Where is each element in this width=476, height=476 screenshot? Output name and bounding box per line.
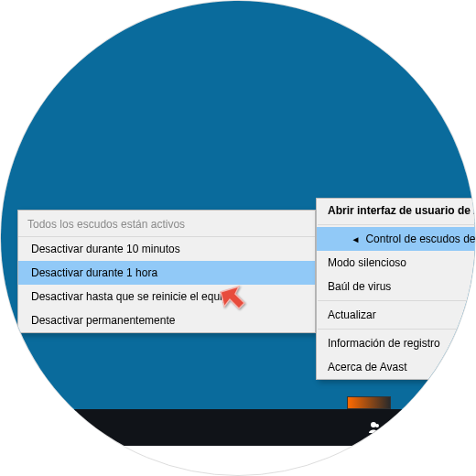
menu-separator — [318, 329, 476, 330]
submenu-item-label: Desactivar hasta que se reinicie el equi… — [31, 290, 234, 303]
submenu-arrow-icon: ◄ — [352, 234, 361, 244]
action-center-icon[interactable] — [424, 419, 440, 436]
menu-item-virus-chest[interactable]: Baúl de virus — [317, 275, 476, 298]
menu-item-label: Control de escudos de Avast — [365, 233, 476, 245]
submenu-item-disable-1hour[interactable]: Desactivar durante 1 hora — [18, 261, 315, 285]
submenu-item-label: Desactivar permanentemente — [31, 314, 175, 327]
submenu-header: Todos los escudos están activos — [18, 211, 315, 237]
windows-taskbar[interactable]: ES — [0, 409, 476, 446]
people-icon[interactable] — [365, 419, 382, 436]
menu-item-label: Baúl de virus — [328, 280, 391, 293]
menu-item-shield-control[interactable]: ◄ Control de escudos de Avast — [317, 227, 476, 251]
avast-tray-context-menu: Abrir interfaz de usuario de Avast ◄ Con… — [316, 198, 476, 380]
menu-item-label: Abrir interfaz de usuario de Avast — [328, 204, 476, 217]
circular-viewport: Todos los escudos están activos Desactiv… — [0, 0, 476, 476]
tray-chevron-up-icon[interactable] — [395, 419, 411, 436]
submenu-item-disable-until-restart[interactable]: Desactivar hasta que se reinicie el equi… — [18, 285, 315, 308]
menu-item-label: Modo silencioso — [328, 256, 406, 269]
menu-item-update[interactable]: Actualizar — [317, 303, 476, 327]
tray-app-window-fragment — [347, 396, 391, 409]
avast-shields-submenu: Todos los escudos están activos Desactiv… — [17, 210, 316, 333]
submenu-item-disable-permanently[interactable]: Desactivar permanentemente — [18, 308, 315, 332]
menu-item-label: Actualizar — [328, 308, 376, 321]
submenu-item-label: Desactivar durante 10 minutos — [31, 243, 180, 255]
submenu-item-label: Desactivar durante 1 hora — [31, 266, 157, 279]
menu-item-label: Acerca de Avast — [328, 361, 407, 373]
menu-item-label: Información de registro — [328, 337, 440, 350]
menu-item-silent-mode[interactable]: Modo silencioso — [317, 251, 476, 275]
menu-item-open-ui[interactable]: Abrir interfaz de usuario de Avast — [317, 199, 476, 222]
menu-item-about[interactable]: Acerca de Avast — [317, 355, 476, 379]
menu-separator — [318, 224, 476, 225]
menu-separator — [318, 300, 476, 301]
submenu-item-disable-10min[interactable]: Desactivar durante 10 minutos — [18, 237, 315, 261]
volume-icon[interactable] — [453, 419, 470, 436]
menu-item-registration-info[interactable]: Información de registro — [317, 331, 476, 355]
